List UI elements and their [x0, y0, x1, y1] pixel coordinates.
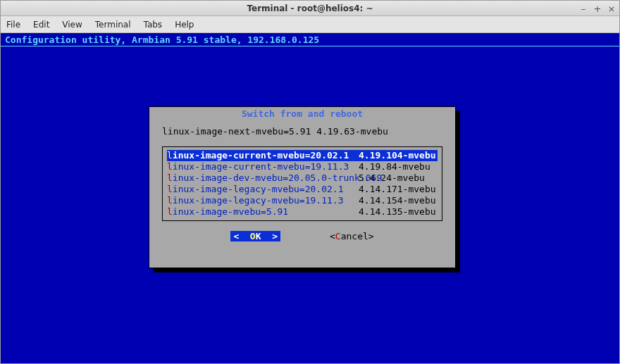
- kernel-first-letter: l: [167, 184, 173, 194]
- window-buttons: – + ×: [578, 1, 616, 16]
- kernel-option[interactable]: linux-image-current-mvebu=20.02.14.19.10…: [167, 150, 438, 161]
- kernel-package: inux-image-current-mvebu=19.11.3: [173, 161, 349, 172]
- kernel-first-letter: l: [167, 150, 173, 161]
- ok-button[interactable]: < OK >: [230, 231, 280, 241]
- dialog-current-kernel: linux-image-next-mvebu=5.91 4.19.63-mveb…: [149, 119, 455, 137]
- dialog-title: Switch from and reboot: [149, 107, 455, 119]
- kernel-version: 4.14.171-mvebu: [350, 184, 438, 195]
- window-title: Terminal - root@helios4: ~: [1, 4, 619, 13]
- close-button[interactable]: ×: [607, 4, 616, 14]
- kernel-version: 5.4.24-mvebu: [350, 172, 438, 184]
- kernel-package: inux-image-legacy-mvebu=19.11.3: [173, 195, 344, 206]
- kernel-option[interactable]: linux-image-mvebu=5.914.14.135-mvebu: [167, 206, 438, 218]
- menu-view[interactable]: View: [62, 20, 82, 30]
- terminal-header: Configuration utility, Armbian 5.91 stab…: [1, 33, 619, 46]
- menu-file[interactable]: File: [6, 20, 20, 30]
- kernel-version: 4.14.154-mvebu: [350, 195, 438, 206]
- kernel-package: inux-image-mvebu=5.91: [173, 206, 288, 217]
- kernel-first-letter: l: [167, 161, 173, 172]
- menu-bar: File Edit View Terminal Tabs Help: [1, 16, 619, 33]
- kernel-first-letter: l: [167, 195, 173, 206]
- terminal-pane[interactable]: Configuration utility, Armbian 5.91 stab…: [1, 33, 619, 364]
- menu-help[interactable]: Help: [175, 20, 194, 30]
- kernel-package: inux-image-legacy-mvebu=20.02.1: [173, 184, 344, 194]
- kernel-first-letter: l: [167, 206, 173, 217]
- menu-terminal[interactable]: Terminal: [95, 20, 131, 30]
- kernel-first-letter: l: [167, 172, 173, 183]
- kernel-version: 4.14.135-mvebu: [350, 206, 438, 218]
- menu-tabs[interactable]: Tabs: [144, 20, 163, 30]
- kernel-version: 4.19.84-mvebu: [350, 161, 438, 172]
- kernel-switch-dialog: Switch from and reboot linux-image-next-…: [149, 106, 456, 268]
- kernel-package: inux-image-current-mvebu=20.02.1: [173, 150, 349, 161]
- kernel-option[interactable]: linux-image-dev-mvebu=20.05.0-trunk.0695…: [167, 172, 438, 184]
- minimize-button[interactable]: –: [578, 4, 588, 14]
- maximize-button[interactable]: +: [593, 4, 602, 14]
- menu-edit[interactable]: Edit: [33, 20, 49, 30]
- kernel-version: 4.19.104-mvebu: [350, 150, 438, 161]
- kernel-option[interactable]: linux-image-legacy-mvebu=20.02.14.14.171…: [167, 184, 438, 195]
- cancel-button[interactable]: <Cancel>: [330, 231, 374, 241]
- window-titlebar: Terminal - root@helios4: ~ – + ×: [1, 1, 619, 16]
- kernel-option[interactable]: linux-image-current-mvebu=19.11.34.19.84…: [167, 161, 438, 172]
- dialog-buttons: < OK > <Cancel>: [149, 231, 455, 241]
- kernel-option[interactable]: linux-image-legacy-mvebu=19.11.34.14.154…: [167, 195, 438, 206]
- kernel-list[interactable]: linux-image-current-mvebu=20.02.14.19.10…: [162, 146, 442, 221]
